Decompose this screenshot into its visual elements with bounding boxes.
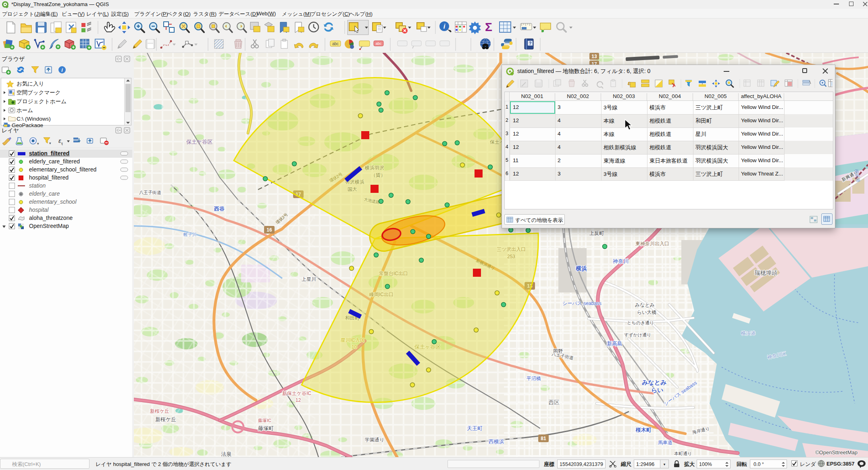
svg-text:81: 81 <box>541 436 546 441</box>
svg-text:上星川: 上星川 <box>302 276 316 282</box>
svg-text:i: i <box>61 67 63 73</box>
svg-text:東神奈川出入口: 東神奈川出入口 <box>635 241 669 246</box>
svg-text:上反町: 上反町 <box>589 230 604 236</box>
svg-text:横浜港: 横浜港 <box>741 330 756 336</box>
svg-text:お気に入り: お気に入り <box>17 81 44 87</box>
svg-text:平沼橋: 平沼橋 <box>527 376 541 381</box>
svg-text:帷子川: 帷子川 <box>183 232 197 237</box>
svg-text:天王町: 天王町 <box>467 425 483 431</box>
svg-text:©OpenSttreetMap: ©OpenSttreetMap <box>815 449 858 455</box>
svg-text:空間ブックマーク: 空間ブックマーク <box>17 90 61 96</box>
svg-text:すずかけ通り: すずかけ通り <box>624 332 651 338</box>
svg-text:13: 13 <box>591 54 597 59</box>
svg-text:abc: abc <box>332 42 339 46</box>
svg-text:12: 12 <box>296 397 301 403</box>
svg-text:藤塚IC: 藤塚IC <box>258 418 271 423</box>
svg-text:西横浜: 西横浜 <box>489 439 504 445</box>
svg-text:新桜ケ丘: 新桜ケ丘 <box>155 416 176 422</box>
svg-text:C:\ (Windows): C:\ (Windows) <box>17 116 51 122</box>
svg-text:新保土ケ谷IC: 新保土ケ谷IC <box>282 391 312 396</box>
svg-text:▾: ▾ <box>49 141 51 145</box>
svg-text:ij: ij <box>61 142 63 145</box>
svg-text:新桜ケ丘: 新桜ケ丘 <box>150 408 169 414</box>
svg-text:みなとみ: みなとみ <box>635 302 655 308</box>
svg-text:法泉: 法泉 <box>221 451 231 457</box>
svg-text:プロジェクトホーム: プロジェクトホーム <box>17 98 67 104</box>
svg-text:桜木町: 桜木町 <box>635 427 652 433</box>
svg-text:藤塚町: 藤塚町 <box>258 425 274 431</box>
svg-text:らい大橋: らい大橋 <box>637 309 657 315</box>
svg-text:らい: らい <box>651 386 664 393</box>
svg-text:?: ? <box>529 41 532 46</box>
svg-text:ε: ε <box>58 137 61 144</box>
svg-text:とちのき通り: とちのき通り <box>627 320 654 325</box>
svg-text:本町通り: 本町通り <box>674 451 692 456</box>
svg-text:abc: abc <box>376 42 382 46</box>
svg-text:シーバス seabass: シーバス seabass <box>562 301 602 306</box>
svg-text:横浜: 横浜 <box>575 265 587 272</box>
svg-text:岡野: 岡野 <box>553 348 563 354</box>
svg-text:八王子街道: 八王子街道 <box>139 190 161 195</box>
svg-text:学園通り: 学園通り <box>365 437 384 443</box>
svg-text:保土ケ谷区: 保土ケ谷区 <box>186 139 212 145</box>
svg-text:西谷: 西谷 <box>214 206 225 212</box>
svg-text:▾: ▾ <box>37 142 39 146</box>
svg-text:16: 16 <box>266 227 272 233</box>
svg-text:みなとみ: みなとみ <box>642 379 666 386</box>
svg-text:Σ: Σ <box>485 20 492 33</box>
svg-text:西区: 西区 <box>548 399 560 405</box>
svg-text:新高島: 新高島 <box>607 340 622 347</box>
svg-text:ホーム: ホーム <box>17 107 33 113</box>
svg-text:馬車道: 馬車道 <box>658 440 672 445</box>
svg-text:瑞穂埠頭: 瑞穂埠頭 <box>754 269 777 276</box>
svg-text:神奈川: 神奈川 <box>612 258 629 264</box>
